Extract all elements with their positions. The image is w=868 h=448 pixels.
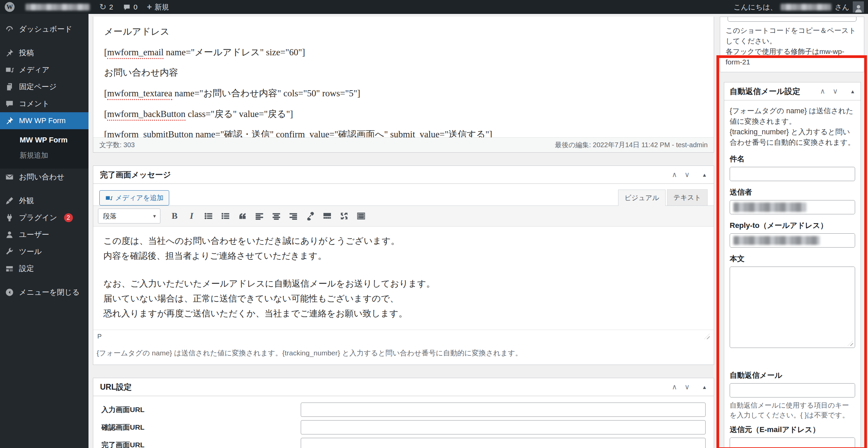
tab-visual[interactable]: ビジュアル: [618, 190, 666, 206]
sliders-icon: [5, 264, 14, 273]
auto-reply-description: {フォームタグの name} は送信された値に変換されます。 {tracking…: [730, 106, 855, 148]
greeting-prefix: こんにちは、: [734, 2, 777, 12]
confirm-screen-url-field[interactable]: [301, 420, 706, 434]
panel-title: URL設定: [100, 382, 132, 392]
shortcode-panel: このショートコードをコピー＆ペーストしてください。 各フックで使用する修飾子はm…: [720, 17, 864, 72]
move-down-icon[interactable]: ∨: [833, 87, 838, 95]
username-blurred: [781, 4, 831, 11]
resize-grip[interactable]: [848, 340, 853, 346]
sender-field[interactable]: [730, 200, 855, 214]
align-center-icon[interactable]: [269, 209, 284, 223]
sender-value-blurred: [733, 202, 806, 212]
url-row-complete: 完了画面URL: [93, 436, 714, 448]
sidebar-item-comments[interactable]: コメント: [0, 95, 88, 112]
replyto-field[interactable]: [730, 233, 855, 248]
bold-button[interactable]: B: [167, 209, 182, 223]
toggle-panel-icon[interactable]: ▲: [702, 384, 707, 390]
sidebar-item-settings[interactable]: 設定: [0, 260, 88, 277]
media-icon: [5, 65, 14, 74]
move-up-icon[interactable]: ∧: [672, 171, 677, 179]
sidebar-item-media[interactable]: メディア: [0, 61, 88, 78]
admin-bar: W ↻ 2 0 + 新規 こんにちは、 さん: [0, 0, 868, 14]
toggle-panel-icon[interactable]: ▲: [850, 89, 855, 94]
sidebar-item-mw-wp-form[interactable]: MW WP Form: [0, 112, 88, 129]
shortcode-note-1: このショートコードをコピー＆ペーストしてください。: [720, 25, 864, 46]
auto-reply-header[interactable]: 自動返信メール設定 ∧ ∨ ▲: [724, 82, 861, 100]
read-more-icon[interactable]: [320, 209, 335, 223]
align-right-icon[interactable]: [286, 209, 301, 223]
comments-menu[interactable]: 0: [118, 0, 142, 14]
plus-icon: +: [147, 3, 152, 11]
submenu-item-mw-wp-form[interactable]: MW WP Form: [0, 133, 88, 148]
form-shortcode-editor[interactable]: メールアドレス [mwform_email name="メールアドレス" siz…: [93, 17, 714, 137]
updates-menu[interactable]: ↻ 2: [95, 0, 118, 14]
input-screen-url-field[interactable]: [301, 403, 706, 417]
add-media-button[interactable]: メディアを追加: [99, 190, 169, 206]
auto-reply-key-field[interactable]: [730, 383, 855, 397]
site-name-blurred: [25, 4, 90, 11]
shortcode-field[interactable]: [728, 17, 856, 22]
panel-title: 完了画面メッセージ: [100, 170, 171, 180]
subject-field[interactable]: [730, 167, 855, 181]
move-up-icon[interactable]: ∧: [672, 383, 677, 391]
sidebar-item-dashboard[interactable]: ダッシュボード: [0, 21, 88, 38]
link-icon[interactable]: [303, 209, 318, 223]
blockquote-icon[interactable]: [235, 209, 250, 223]
from-field[interactable]: [730, 437, 855, 448]
resize-grip[interactable]: [704, 334, 710, 339]
account-menu[interactable]: こんにちは、 さん: [734, 1, 868, 13]
add-media-icon: [105, 194, 113, 202]
tab-text[interactable]: テキスト: [667, 189, 708, 206]
numbered-list-icon[interactable]: [218, 209, 233, 223]
sidebar-collapse-menu[interactable]: メニューを閉じる: [0, 284, 88, 301]
editor-line: [mwform_backButton class="戻る" value="戻る"…: [104, 109, 703, 119]
auto-reply-key-label: 自動返信メール: [730, 370, 855, 381]
body-label: 本文: [730, 254, 855, 264]
toggle-panel-icon[interactable]: ▲: [702, 172, 707, 178]
toolbar-toggle-icon[interactable]: [354, 209, 369, 223]
new-content-menu[interactable]: + 新規: [142, 0, 174, 14]
admin-sidebar: ダッシュボード 投稿 メディア 固定ページ コメント MW WP Form MW…: [0, 14, 88, 448]
editor-status-bar: 文字数: 303 最後の編集: 2022年7月14日 11:42 PM - te…: [93, 137, 714, 152]
italic-button[interactable]: I: [184, 209, 199, 223]
align-left-icon[interactable]: [252, 209, 267, 223]
message-line: なお、ご入力いただいたメールアドレスに自動返信メールをお送りしております。: [103, 278, 704, 290]
avatar: [853, 1, 864, 13]
sidebar-item-plugins[interactable]: プラグイン 2: [0, 209, 88, 226]
replyto-label: Reply-to（メールアドレス）: [730, 220, 855, 231]
pin-icon: [5, 48, 14, 57]
envelope-icon: [5, 173, 14, 181]
wrench-icon: [5, 247, 14, 256]
body-textarea[interactable]: [730, 267, 855, 348]
submenu-item-add-new[interactable]: 新規追加: [0, 148, 88, 163]
comment-icon: [5, 99, 14, 108]
sidebar-item-appearance[interactable]: 外観: [0, 192, 88, 209]
sidebar-item-users[interactable]: ユーザー: [0, 226, 88, 243]
complete-message-help: {フォームタグの name} は送信された値に変換されます。{tracking_…: [93, 343, 714, 365]
word-count: 文字数: 303: [99, 140, 135, 150]
bullet-list-icon[interactable]: [201, 209, 216, 223]
sidebar-item-tools[interactable]: ツール: [0, 243, 88, 260]
editor-toolbar: 段落 ▼ B I: [93, 206, 714, 227]
last-edited: 最後の編集: 2022年7月14日 11:42 PM - test-admin: [555, 140, 708, 150]
move-up-icon[interactable]: ∧: [820, 87, 825, 95]
brush-icon: [5, 196, 14, 205]
move-down-icon[interactable]: ∨: [685, 171, 690, 179]
form-content-editor-panel: メールアドレス [mwform_email name="メールアドレス" siz…: [93, 17, 714, 153]
sidebar-item-posts[interactable]: 投稿: [0, 44, 88, 61]
complete-screen-url-field[interactable]: [301, 438, 706, 448]
visual-editor-content[interactable]: この度は、当社へのお問い合わせをいただき誠にありがとうございます。 内容を確認後…: [93, 227, 714, 330]
wp-logo-menu[interactable]: W: [0, 0, 19, 14]
fullscreen-icon[interactable]: [337, 209, 352, 223]
move-down-icon[interactable]: ∨: [685, 383, 690, 391]
new-label: 新規: [155, 2, 169, 12]
site-name-menu[interactable]: [19, 0, 95, 14]
auto-reply-mail-settings-panel: 自動返信メール設定 ∧ ∨ ▲ {フォームタグの name} は送信された値に変…: [724, 82, 861, 448]
complete-message-header[interactable]: 完了画面メッセージ ∧ ∨ ▲: [93, 166, 714, 184]
sidebar-item-contact[interactable]: お問い合わせ: [0, 169, 88, 186]
url-settings-header[interactable]: URL設定 ∧ ∨ ▲: [93, 378, 714, 396]
mw-wp-form-submenu: MW WP Form 新規追加: [0, 129, 88, 169]
sidebar-item-pages[interactable]: 固定ページ: [0, 78, 88, 95]
paragraph-format-select[interactable]: 段落 ▼: [98, 209, 160, 223]
complete-message-panel: 完了画面メッセージ ∧ ∨ ▲ メディアを追加 ビジュアル テキスト 段落: [93, 165, 714, 365]
